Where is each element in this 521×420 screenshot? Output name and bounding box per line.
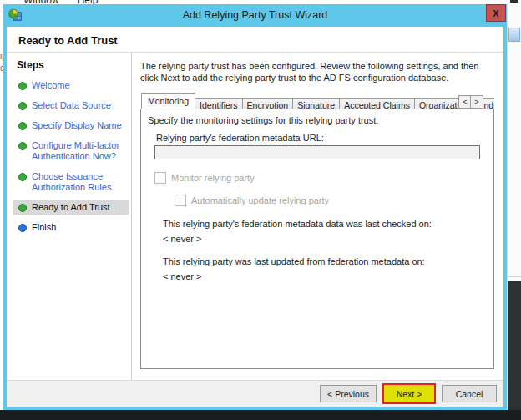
- step-completed-icon: [18, 82, 27, 90]
- monitoring-tab-panel: Specify the monitoring settings for this…: [140, 109, 494, 369]
- background-bottom-strip: [0, 410, 521, 420]
- step-completed-icon: [18, 102, 27, 110]
- tab-identifiers[interactable]: Identifiers: [195, 98, 243, 109]
- next-button[interactable]: Next >: [384, 385, 434, 402]
- steps-panel: Steps Welcome Select Data Source Specify…: [7, 53, 132, 380]
- step-configure-mfa[interactable]: Configure Multi-factor Authentication No…: [17, 139, 131, 164]
- step-label: Finish: [32, 222, 56, 233]
- cancel-button[interactable]: Cancel: [442, 385, 497, 402]
- monitoring-instruction: Specify the monitoring settings for this…: [148, 115, 485, 125]
- tab-encryption[interactable]: Encryption: [242, 98, 294, 109]
- federation-metadata-url-label: Relying party's federation metadata URL:: [156, 133, 485, 143]
- step-choose-issuance-rules[interactable]: Choose Issuance Authorization Rules: [17, 170, 131, 195]
- step-specify-display-name[interactable]: Specify Display Name: [17, 119, 131, 133]
- steps-title: Steps: [17, 59, 131, 71]
- background-window-edge: [510, 0, 518, 3]
- dialog-titlebar[interactable]: Add Relying Party Trust Wizard X: [3, 4, 507, 27]
- close-icon: X: [493, 8, 498, 18]
- step-completed-icon: [18, 142, 27, 150]
- step-label: Specify Display Name: [32, 120, 122, 131]
- scrollbar-thumb[interactable]: [508, 28, 520, 42]
- step-completed-icon: [18, 173, 27, 181]
- step-completed-icon: [18, 122, 27, 130]
- tab-strip: MonitoringIdentifiersEncryptionSignature…: [140, 93, 494, 109]
- tab-signature[interactable]: Signature: [292, 98, 340, 109]
- step-label: Ready to Add Trust: [32, 202, 110, 213]
- background-dark-region: [508, 281, 521, 420]
- checkbox-icon: [175, 195, 186, 206]
- step-label: Configure Multi-factor Authentication No…: [32, 140, 125, 162]
- dialog-body: Ready to Add Trust Steps Welcome Select …: [7, 27, 503, 407]
- close-button[interactable]: X: [486, 4, 506, 22]
- tab-accepted-claims[interactable]: Accepted Claims: [339, 98, 415, 109]
- add-relying-party-trust-wizard-dialog: Add Relying Party Trust Wizard X Ready t…: [3, 4, 507, 410]
- tab-monitoring[interactable]: Monitoring: [141, 93, 195, 109]
- previous-button[interactable]: < Previous: [320, 385, 377, 402]
- last-checked-label: This relying party's federation metadata…: [163, 219, 485, 229]
- page-title: Ready to Add Trust: [7, 27, 503, 52]
- step-label: Welcome: [32, 80, 70, 91]
- button-bar: < Previous Next > Cancel: [7, 380, 503, 407]
- step-completed-icon: [18, 204, 27, 212]
- tab-scroll-right-button[interactable]: >: [470, 95, 483, 109]
- auto-update-relying-party-checkbox: Automatically update relying party: [175, 195, 485, 206]
- desktop-background: WindowHelp ip d Add Relying: [0, 0, 521, 420]
- last-checked-value: < never >: [163, 234, 485, 244]
- step-pending-icon: [18, 224, 27, 232]
- next-button-highlight: Next >: [382, 383, 436, 404]
- step-select-data-source[interactable]: Select Data Source: [17, 99, 131, 113]
- intro-text: The relying party trust has been configu…: [140, 61, 494, 83]
- last-updated-label: This relying party was last updated from…: [163, 256, 485, 266]
- step-ready-to-add-trust[interactable]: Ready to Add Trust: [13, 200, 129, 215]
- last-updated-value: < never >: [163, 271, 485, 281]
- step-welcome[interactable]: Welcome: [17, 78, 131, 93]
- divider: [508, 276, 521, 277]
- dialog-title: Add Relying Party Trust Wizard: [3, 4, 507, 27]
- adfs-wizard-icon: [8, 8, 23, 23]
- wizard-main-content: The relying party trust has been configu…: [132, 53, 503, 380]
- step-label: Choose Issuance Authorization Rules: [32, 171, 125, 193]
- background-right-strip: [508, 0, 521, 420]
- monitor-relying-party-checkbox: Monitor relying party: [154, 172, 485, 184]
- checkbox-label: Monitor relying party: [171, 173, 255, 183]
- checkbox-label: Automatically update relying party: [191, 195, 329, 205]
- federation-metadata-url-input: [154, 145, 480, 159]
- checkbox-icon: [154, 172, 166, 184]
- step-label: Select Data Source: [32, 100, 111, 111]
- step-finish[interactable]: Finish: [17, 220, 131, 235]
